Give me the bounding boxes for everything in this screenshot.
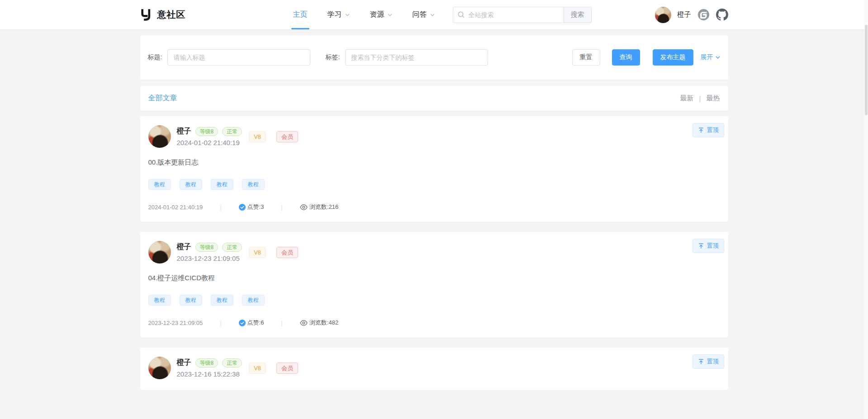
pin-label: 置顶	[707, 126, 719, 134]
publish-topic-button[interactable]: 发布主题	[653, 49, 693, 66]
check-circle-icon	[239, 320, 246, 326]
views-stat: 浏览数:216	[300, 203, 338, 211]
post-stats: 2024-01-02 21:40:19 | 点赞:3 | 浏览数:216	[148, 203, 720, 211]
expand-toggle[interactable]: 展开	[701, 53, 721, 61]
nav-item-qa[interactable]: 问答	[403, 0, 445, 29]
post-title[interactable]: 00.版本更新日志	[148, 158, 720, 167]
vip-badge: V8	[249, 131, 266, 142]
post-time: 2023-12-23 21:09:05	[148, 320, 203, 326]
level-badge: 等级8	[195, 127, 218, 136]
post-user-row: 橙子 等级8 正常 2024-01-02 21:40:19 V8 会员	[148, 125, 720, 148]
tag-filter-label: 标签:	[325, 53, 340, 61]
tag-chip[interactable]: 教程	[242, 295, 265, 306]
scrollbar	[864, 0, 868, 419]
tag-chip[interactable]: 教程	[180, 179, 202, 190]
chevron-down-icon	[430, 12, 435, 18]
post-author[interactable]: 橙子	[177, 358, 191, 367]
pin-top-icon	[698, 358, 704, 365]
member-badge: 会员	[276, 363, 298, 374]
eye-icon	[300, 204, 308, 211]
post-card: 置顶 橙子 等级8 正常 2023-12-23 21:09:05 V8 会员 0…	[140, 232, 728, 338]
filter-panel: 标题: 标签: 重置 查询 发布主题 展开	[140, 35, 728, 80]
tag-filter-input[interactable]	[345, 49, 488, 66]
stat-separator: |	[281, 204, 282, 211]
post-user-row: 橙子 等级8 正常 2023-12-23 21:09:05 V8 会员	[148, 241, 720, 264]
search-icon	[457, 11, 465, 19]
expand-label: 展开	[701, 53, 713, 61]
brand[interactable]: 意社区	[140, 9, 186, 21]
post-stats: 2023-12-23 21:09:05 | 点赞:6 | 浏览数:482	[148, 319, 720, 327]
sort-newest[interactable]: 最新	[680, 94, 694, 103]
member-badge: 会员	[276, 131, 298, 142]
reset-button[interactable]: 重置	[572, 49, 600, 66]
avatar[interactable]	[655, 7, 671, 23]
tag-chip[interactable]: 教程	[148, 179, 171, 190]
avatar[interactable]	[148, 357, 171, 379]
post-title[interactable]: 04.橙子运维CICD教程	[148, 274, 720, 282]
top-navbar: 意社区 主页 学习 资源 问答	[0, 0, 868, 30]
stat-separator: |	[281, 320, 282, 326]
pin-label: 置顶	[707, 242, 719, 250]
views-stat: 浏览数:482	[300, 319, 338, 327]
query-button[interactable]: 查询	[612, 49, 640, 66]
tag-chip[interactable]: 教程	[242, 179, 265, 190]
sort-hottest[interactable]: 最热	[707, 94, 720, 103]
level-badge: 等级8	[195, 358, 218, 367]
github-icon[interactable]	[716, 9, 728, 21]
pin-to-top-button[interactable]: 置顶	[693, 123, 724, 137]
nav-item-resource[interactable]: 资源	[360, 0, 403, 29]
main-nav: 主页 学习 资源 问答	[283, 0, 445, 29]
avatar[interactable]	[148, 241, 171, 264]
nav-item-home-label: 主页	[293, 10, 308, 19]
likes-label: 点赞:6	[247, 319, 264, 327]
post-author[interactable]: 橙子	[177, 242, 191, 252]
chevron-down-icon	[345, 12, 350, 18]
views-label: 浏览数:216	[309, 203, 338, 211]
tag-chip[interactable]: 教程	[211, 295, 233, 306]
level-badge: 等级8	[195, 243, 218, 252]
nav-item-study[interactable]: 学习	[318, 0, 360, 29]
post-card: 置顶 橙子 等级8 正常 2023-12-16 15:22:38 V8 会员	[140, 348, 728, 390]
stat-separator: |	[220, 204, 221, 211]
post-tags: 教程 教程 教程 教程	[148, 295, 720, 306]
avatar[interactable]	[148, 125, 171, 148]
chevron-down-icon	[387, 12, 393, 18]
site-search: 搜索	[453, 7, 592, 23]
post-author[interactable]: 橙子	[177, 127, 191, 136]
post-created-time: 2024-01-02 21:40:19	[177, 139, 242, 146]
post-time: 2024-01-02 21:40:19	[148, 204, 203, 211]
nav-item-qa-label: 问答	[413, 10, 427, 19]
tag-chip[interactable]: 教程	[211, 179, 233, 190]
post-created-time: 2023-12-16 15:22:38	[177, 370, 242, 378]
chevron-down-icon	[715, 55, 721, 60]
member-badge: 会员	[276, 247, 298, 258]
scrollbar-thumb[interactable]	[865, 25, 868, 115]
post-user-row: 橙子 等级8 正常 2023-12-16 15:22:38 V8 会员	[148, 357, 720, 379]
status-badge: 正常	[222, 358, 242, 367]
username[interactable]: 橙子	[678, 10, 691, 19]
pin-to-top-button[interactable]: 置顶	[693, 354, 724, 369]
pin-to-top-button[interactable]: 置顶	[693, 239, 724, 253]
status-badge: 正常	[222, 127, 242, 136]
vip-badge: V8	[249, 363, 266, 374]
search-button[interactable]: 搜索	[564, 7, 592, 23]
post-card: 置顶 橙子 等级8 正常 2024-01-02 21:40:19 V8 会员 0…	[140, 116, 728, 222]
filter-actions: 重置 查询 发布主题 展开	[572, 49, 721, 66]
search-input[interactable]	[453, 7, 564, 23]
gitee-icon[interactable]	[697, 9, 710, 21]
views-label: 浏览数:482	[309, 319, 338, 327]
vip-badge: V8	[249, 247, 266, 258]
nav-item-study-label: 学习	[327, 10, 342, 19]
sort-separator: |	[699, 94, 701, 102]
all-articles-link[interactable]: 全部文章	[148, 94, 177, 103]
eye-icon	[300, 320, 308, 326]
nav-item-home[interactable]: 主页	[283, 0, 318, 29]
tag-chip[interactable]: 教程	[148, 295, 171, 306]
article-list-header: 全部文章 最新 | 最热	[140, 86, 728, 111]
brand-title: 意社区	[157, 9, 186, 21]
post-tags: 教程 教程 教程 教程	[148, 179, 720, 190]
pin-top-icon	[698, 127, 704, 133]
title-filter-input[interactable]	[167, 49, 310, 66]
sort-options: 最新 | 最热	[680, 94, 720, 103]
tag-chip[interactable]: 教程	[180, 295, 202, 306]
